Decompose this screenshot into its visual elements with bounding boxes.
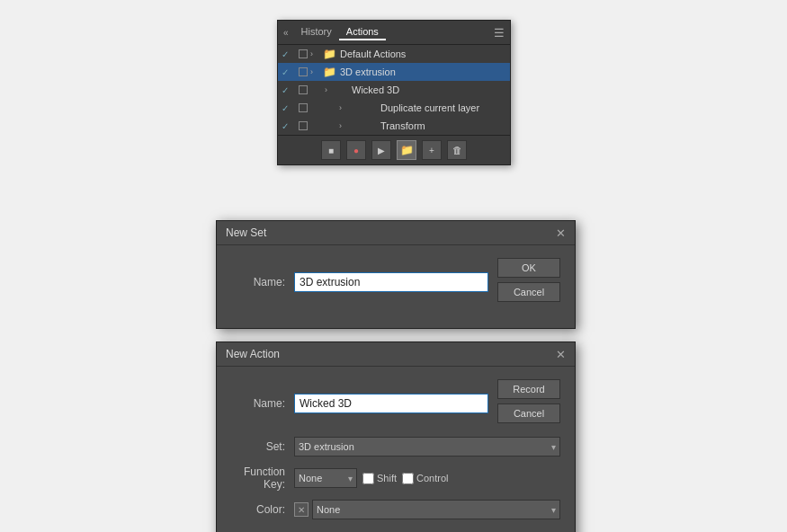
- folder-icon-3d: 📁: [323, 66, 336, 78]
- folder-icon-default: 📁: [323, 48, 336, 60]
- box-tf: [296, 121, 310, 130]
- new-set-body: Name: OK Cancel: [217, 245, 575, 328]
- shift-checkbox[interactable]: [362, 473, 374, 484]
- new-action-color-row: Color: ✕ None Red Orange Yellow Green Bl…: [231, 500, 560, 519]
- tab-actions[interactable]: Actions: [339, 24, 386, 40]
- new-set-button[interactable]: 📁: [397, 140, 416, 160]
- new-action-close-button[interactable]: ✕: [556, 349, 566, 360]
- label-3d: 3D extrusion: [340, 66, 506, 77]
- new-action-set-label: Set:: [231, 440, 285, 453]
- new-action-funckey-label: Function Key:: [231, 466, 285, 491]
- new-set-name-input[interactable]: [294, 272, 488, 292]
- panel-tabs: History Actions: [294, 24, 386, 40]
- color-x-icon: ✕: [294, 502, 309, 517]
- new-action-set-row: Set: 3D extrusion Default Actions: [231, 437, 560, 457]
- label-dup: Duplicate current layer: [380, 102, 506, 113]
- new-action-color-label: Color:: [231, 503, 285, 516]
- new-action-buttons: Record Cancel: [497, 379, 560, 428]
- new-set-dialog: New Set ✕ Name: OK Cancel: [216, 220, 576, 329]
- record-button[interactable]: ●: [346, 140, 366, 160]
- new-set-buttons: OK Cancel: [497, 258, 560, 306]
- check-3d: ✓: [282, 67, 296, 77]
- new-set-cancel-button[interactable]: Cancel: [497, 282, 560, 302]
- control-checkbox-label[interactable]: Control: [402, 473, 448, 484]
- new-action-name-label: Name:: [231, 397, 285, 410]
- new-action-button[interactable]: +: [422, 140, 442, 160]
- arrow-default: ›: [310, 49, 323, 58]
- action-row-duplicate[interactable]: ✓ › Duplicate current layer: [278, 99, 510, 117]
- shift-label: Shift: [377, 473, 397, 483]
- arrow-tf: ›: [339, 121, 352, 130]
- check-dup: ✓: [282, 103, 296, 113]
- funckey-select-wrapper: None F2F3F4: [294, 468, 357, 488]
- new-action-name-input[interactable]: [294, 394, 488, 413]
- panel-toolbar: ■ ● ▶ 📁 + 🗑: [278, 135, 510, 164]
- label-default: Default Actions: [340, 49, 506, 59]
- box-default: [296, 49, 310, 58]
- new-action-name-row: Name: Record Cancel: [231, 379, 560, 428]
- panel-titlebar: « History Actions ☰: [278, 21, 510, 45]
- box-dup: [296, 103, 310, 112]
- shift-checkbox-label[interactable]: Shift: [362, 473, 397, 484]
- new-action-set-select[interactable]: 3D extrusion Default Actions: [294, 437, 560, 457]
- stop-button[interactable]: ■: [321, 140, 341, 160]
- new-action-titlebar: New Action ✕: [217, 342, 575, 367]
- new-set-name-row: Name: OK Cancel: [231, 258, 560, 306]
- new-set-ok-button[interactable]: OK: [497, 258, 560, 278]
- new-action-funckey-row: Function Key: None F2F3F4 Shift Control: [231, 466, 560, 491]
- color-select-wrapper: None Red Orange Yellow Green Blue Violet…: [312, 500, 560, 519]
- color-select[interactable]: None Red Orange Yellow Green Blue Violet…: [312, 500, 560, 519]
- box-3d: [296, 67, 310, 76]
- new-action-title: New Action: [226, 348, 280, 360]
- control-checkbox[interactable]: [402, 473, 414, 484]
- panel-collapse-icon[interactable]: «: [283, 28, 289, 38]
- new-action-dialog: New Action ✕ Name: Record Cancel Set: 3D…: [216, 341, 576, 532]
- box-w3d: [296, 85, 310, 94]
- new-action-body: Name: Record Cancel Set: 3D extrusion De…: [217, 367, 575, 532]
- arrow-w3d: ›: [325, 85, 337, 94]
- func-key-controls: None F2F3F4 Shift Control: [294, 468, 448, 488]
- label-tf: Transform: [380, 120, 506, 131]
- arrow-dup: ›: [339, 103, 352, 112]
- new-set-name-label: Name:: [231, 276, 285, 288]
- new-set-titlebar: New Set ✕: [217, 221, 575, 245]
- control-label: Control: [416, 473, 448, 483]
- check-w3d: ✓: [282, 85, 296, 95]
- action-row-3d-extrusion[interactable]: ✓ › 📁 3D extrusion: [278, 63, 510, 81]
- action-row-wicked3d[interactable]: ✓ › Wicked 3D: [278, 81, 510, 99]
- new-action-cancel-button[interactable]: Cancel: [497, 403, 560, 423]
- check-default: ✓: [282, 49, 296, 59]
- funckey-select[interactable]: None F2F3F4: [294, 468, 357, 488]
- delete-button[interactable]: 🗑: [447, 140, 467, 160]
- action-row-transform[interactable]: ✓ › Transform: [278, 117, 510, 135]
- action-row-default[interactable]: ✓ › 📁 Default Actions: [278, 45, 510, 63]
- arrow-3d: ›: [310, 67, 323, 76]
- panel-menu-icon[interactable]: ☰: [494, 26, 505, 40]
- new-set-close-button[interactable]: ✕: [556, 227, 566, 239]
- color-select-row: ✕ None Red Orange Yellow Green Blue Viol…: [294, 500, 560, 519]
- new-set-title: New Set: [226, 226, 266, 239]
- new-action-record-button[interactable]: Record: [497, 379, 560, 399]
- label-w3d: Wicked 3D: [352, 84, 506, 95]
- check-tf: ✓: [282, 121, 296, 131]
- new-action-set-select-wrapper: 3D extrusion Default Actions: [294, 437, 560, 457]
- tab-history[interactable]: History: [294, 24, 339, 40]
- actions-panel: « History Actions ☰ ✓ › 📁 Default Action…: [277, 20, 511, 165]
- play-button[interactable]: ▶: [371, 140, 391, 160]
